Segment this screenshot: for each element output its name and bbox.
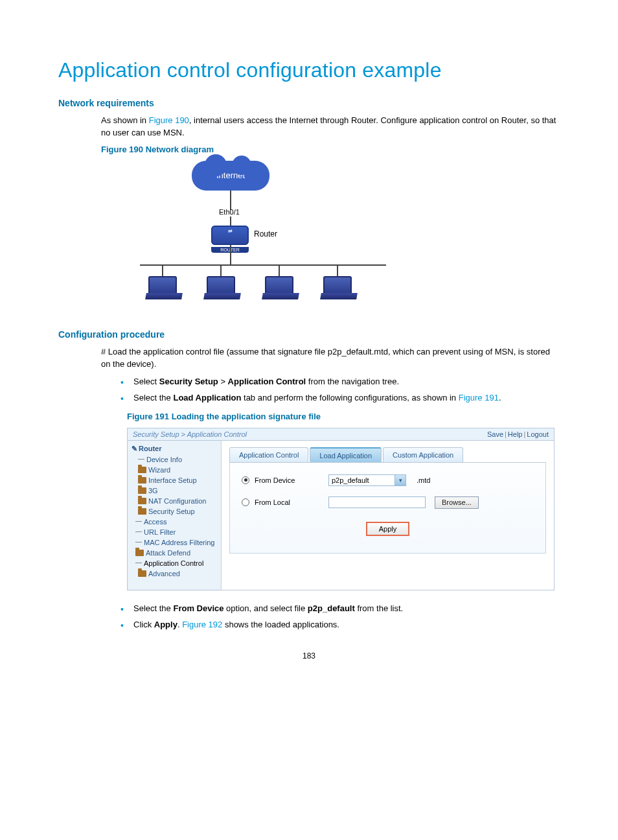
tree-branch-icon xyxy=(135,531,142,532)
sidebar-item-device-info[interactable]: Device Info xyxy=(137,454,221,465)
interface-label: Eth0/1 xyxy=(219,208,240,216)
sidebar-item-url-filter[interactable]: URL Filter xyxy=(134,527,221,537)
file-extension-label: .mtd xyxy=(417,476,430,484)
host-icon xyxy=(146,264,179,296)
text: Select xyxy=(133,377,159,386)
internet-cloud-icon: Internet xyxy=(192,161,269,191)
figure-190-link[interactable]: Figure 190 xyxy=(149,115,189,125)
tab-application-control[interactable]: Application Control xyxy=(229,447,308,462)
signature-file-select[interactable]: p2p_default ▾ xyxy=(328,474,406,486)
tab-custom-application[interactable]: Custom Application xyxy=(383,447,463,462)
router-label: Router xyxy=(254,229,277,239)
sidebar-item-advanced[interactable]: Advanced xyxy=(137,568,221,579)
page-number: 183 xyxy=(58,651,560,660)
folder-icon xyxy=(138,477,146,484)
text: Select the xyxy=(133,393,173,402)
apply-button[interactable]: Apply xyxy=(366,522,410,536)
sidebar-item-access[interactable]: Access xyxy=(134,517,221,527)
bold-text: Load Application xyxy=(173,393,241,402)
router-ui-screenshot: Security Setup > Application Control Sav… xyxy=(127,428,555,590)
tree-branch-icon xyxy=(135,542,142,542)
host-icon xyxy=(263,264,295,296)
list-item: Click Apply. Figure 192 shows the loaded… xyxy=(118,618,560,632)
save-link[interactable]: Save xyxy=(487,430,503,438)
bold-text: Apply xyxy=(154,620,177,629)
breadcrumb: Security Setup > Application Control xyxy=(133,430,247,438)
tab-load-application[interactable]: Load Application xyxy=(310,447,382,462)
sidebar-item-nat-configuration[interactable]: NAT Configuration xyxy=(137,496,221,506)
config-para-1: # Load the application control file (ass… xyxy=(101,346,560,371)
bold-text: From Device xyxy=(173,603,223,613)
from-local-radio[interactable] xyxy=(242,498,249,506)
from-device-label: From Device xyxy=(255,476,295,484)
bold-text: p2p_default xyxy=(308,603,355,613)
tree-branch-icon xyxy=(138,459,144,460)
host-icon xyxy=(321,264,354,296)
folder-icon xyxy=(138,570,146,577)
text: shows the loaded applications. xyxy=(222,620,339,629)
heading-network-requirements: Network requirements xyxy=(58,98,560,108)
sidebar-item-interface-setup[interactable]: Interface Setup xyxy=(137,475,221,485)
local-file-input[interactable] xyxy=(328,496,426,508)
sidebar-item-attack-defend[interactable]: Attack Defend xyxy=(134,548,221,558)
link-line xyxy=(230,191,231,210)
help-link[interactable]: Help xyxy=(508,430,523,438)
sidebar-item-3g[interactable]: 3G xyxy=(137,485,221,496)
list-item: Select Security Setup > Application Cont… xyxy=(118,375,560,389)
list-item: Select the Load Application tab and perf… xyxy=(118,391,560,405)
logout-link[interactable]: Logout xyxy=(527,430,549,438)
network-requirements-para: As shown in Figure 190, internal users a… xyxy=(101,115,560,139)
nav-tree: ✎Router Device Info Wizard Interface Set… xyxy=(128,441,222,590)
text: Select the xyxy=(133,603,173,613)
bold-text: Security Setup xyxy=(159,377,218,386)
device-icon: ✎ xyxy=(132,445,137,453)
page-title: Application control configuration exampl… xyxy=(58,58,560,82)
sidebar-item-application-control[interactable]: Application Control xyxy=(134,558,221,568)
text: option, and select file xyxy=(223,603,307,613)
folder-icon xyxy=(138,498,146,504)
from-local-label: From Local xyxy=(255,498,290,506)
text: from the list. xyxy=(355,603,403,613)
browse-button[interactable]: Browse... xyxy=(435,496,479,509)
text: > xyxy=(218,377,228,386)
link-line xyxy=(230,245,231,264)
sidebar-item-wizard[interactable]: Wizard xyxy=(137,465,221,475)
figure-192-link[interactable]: Figure 192 xyxy=(182,620,222,629)
bold-text: Application Control xyxy=(228,377,306,386)
router-icon: ⇄ xyxy=(211,226,249,245)
tree-branch-icon xyxy=(135,563,142,563)
text: tab and perform the following configurat… xyxy=(241,393,458,402)
sidebar-item-mac-address-filtering[interactable]: MAC Address Filtering xyxy=(134,537,221,548)
network-diagram: Internet Eth0/1 ⇄ Router xyxy=(140,161,412,316)
tree-branch-icon xyxy=(135,521,142,522)
figure-191-link[interactable]: Figure 191 xyxy=(459,393,499,402)
from-device-radio[interactable] xyxy=(242,476,249,484)
folder-icon xyxy=(138,467,146,473)
chevron-down-icon[interactable]: ▾ xyxy=(395,475,406,485)
nav-root[interactable]: ✎Router xyxy=(129,443,221,454)
folder-icon xyxy=(138,508,146,515)
sidebar-item-security-setup[interactable]: Security Setup xyxy=(137,506,221,517)
text: . xyxy=(499,393,501,402)
figure-190-caption: Figure 190 Network diagram xyxy=(101,145,560,154)
folder-icon xyxy=(138,487,146,494)
figure-191-caption: Figure 191 Loading the application signa… xyxy=(127,412,560,421)
text: Click xyxy=(133,620,154,629)
text: from the navigation tree. xyxy=(306,377,399,386)
top-links: Save|Help|Logout xyxy=(487,430,549,438)
folder-icon xyxy=(135,550,144,556)
select-value: p2p_default xyxy=(329,476,395,484)
list-item: Select the From Device option, and selec… xyxy=(118,602,560,616)
host-icon xyxy=(205,264,237,296)
heading-configuration-procedure: Configuration procedure xyxy=(58,329,560,340)
text: As shown in xyxy=(101,115,149,125)
